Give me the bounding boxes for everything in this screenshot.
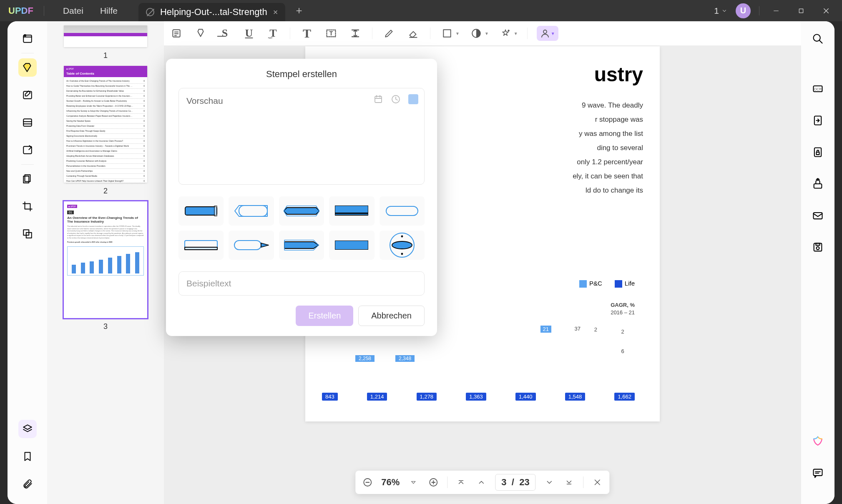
create-button[interactable]: Erstellen [296,306,353,326]
thumbnail-3[interactable]: ■ UPDF 01 An Overview of the Ever-Changi… [62,201,149,331]
maximize-button[interactable] [793,5,809,17]
svg-rect-22 [814,184,822,188]
shape-tool-dropdown[interactable]: ▼ [440,26,460,41]
underline-tool[interactable]: U [241,26,256,41]
svg-rect-68 [185,247,217,250]
protect-button[interactable] [809,143,827,161]
attachments-button[interactable] [18,475,37,493]
share-button[interactable] [809,175,827,193]
minimize-button[interactable] [768,5,784,17]
svg-rect-58 [185,207,217,215]
crop-button[interactable] [18,197,37,216]
stamp-shape-10[interactable] [380,231,425,260]
stamp-shape-2[interactable] [229,196,274,226]
note-tool[interactable] [169,26,184,41]
titlebar: UPDF Datei Hilfe Helping-Out-...tal-Stre… [0,0,842,21]
form-mode-button[interactable] [18,141,37,159]
svg-rect-65 [335,213,368,215]
zoom-dropdown[interactable] [407,476,420,489]
reader-mode-button[interactable] [18,30,37,48]
comments-panel-button[interactable] [809,464,827,482]
callout-tool[interactable] [348,26,363,41]
date-toggle-icon[interactable] [373,94,383,104]
organize-pages-button[interactable] [18,170,37,188]
stamp-shape-3[interactable] [279,196,324,226]
stamp-shape-6[interactable] [178,231,224,260]
compare-button[interactable] [18,225,37,243]
time-toggle-icon[interactable] [391,94,401,104]
prev-page-button[interactable] [475,476,488,489]
user-avatar[interactable]: U [736,3,751,18]
bookmarks-button[interactable] [18,447,37,466]
thumbnail-2[interactable]: ■ UPDFTable of Contents An Overview of t… [62,66,149,196]
stamp-color-swatch[interactable] [408,94,418,104]
cancel-button[interactable]: Abbrechen [358,306,425,326]
menu-file[interactable]: Datei [55,6,92,16]
text-tool[interactable]: T [299,26,314,41]
page-tools-button[interactable] [18,113,37,132]
content-area: OCR 1 ■ UPDFTable of Contents An Overvie… [8,21,834,504]
stamp-preview: Vorschau [178,88,425,185]
left-sidebar [8,21,47,504]
highlight-tool[interactable] [193,26,208,41]
last-page-button[interactable] [563,476,576,489]
stamp-shape-8[interactable] [279,231,324,260]
svg-rect-1 [799,9,803,13]
tab-title: Helping-Out-...tal-Strength [160,7,267,18]
cagr-label: GAGR, % 2016 – 21 2 6 [611,301,635,355]
svg-point-25 [817,247,819,250]
stamp-text-input[interactable]: Beispieltext [178,271,425,296]
zoom-level: 76% [381,477,400,488]
svg-marker-60 [235,206,267,216]
stamp-shape-7[interactable] [229,231,274,260]
pagination-bar: 76% 3 / 23 [355,471,609,494]
stamp-tool-dropdown[interactable]: ▼ [469,26,489,41]
svg-rect-61 [239,206,267,216]
comment-mode-button[interactable] [18,58,37,77]
convert-button[interactable] [809,111,827,130]
svg-rect-26 [816,243,819,246]
svg-rect-23 [814,213,822,219]
thumbnails-toggle[interactable] [18,420,37,438]
zoom-out-button[interactable] [361,476,374,489]
document-tab[interactable]: Helping-Out-...tal-Strength × [138,3,285,21]
svg-point-42 [543,30,547,33]
svg-rect-66 [386,206,418,216]
stamp-shape-4[interactable] [329,196,374,226]
save-button[interactable] [809,238,827,256]
stamp-shape-9[interactable] [329,231,374,260]
first-page-button[interactable] [455,476,467,489]
close-pagination-button[interactable] [591,476,604,489]
textbox-tool[interactable]: T [324,26,339,41]
ocr-button[interactable]: OCR [809,80,827,98]
svg-rect-73 [335,241,368,250]
eraser-tool[interactable] [406,26,421,41]
pencil-tool[interactable] [382,26,397,41]
window-count-dropdown[interactable]: 1 [714,6,727,16]
signature-tool-dropdown[interactable]: ▼ [537,26,558,41]
search-button[interactable] [809,30,827,48]
sticker-tool-dropdown[interactable]: ▼ [498,26,518,41]
svg-marker-62 [284,208,319,214]
svg-rect-7 [23,119,32,126]
svg-marker-45 [412,481,415,484]
svg-rect-10 [23,146,32,153]
menu-help[interactable]: Hilfe [92,6,126,16]
email-button[interactable] [809,206,827,225]
squiggly-tool[interactable]: T〰 [266,26,281,41]
add-tab-button[interactable]: + [296,4,302,17]
stamp-shape-1[interactable] [178,196,224,226]
stamp-shape-5[interactable] [380,196,425,226]
svg-text:T: T [329,30,333,37]
close-button[interactable] [818,5,834,17]
dialog-title: Stempel erstellen [178,69,425,80]
strikethrough-tool[interactable]: S [217,26,232,41]
tab-close-button[interactable]: × [273,8,278,17]
ai-button[interactable] [809,432,827,451]
zoom-in-button[interactable] [427,476,440,489]
page-number-input[interactable]: 3 / 23 [495,474,535,491]
next-page-button[interactable] [543,476,556,489]
app-logo: UPDF [8,5,33,16]
edit-mode-button[interactable] [18,86,37,104]
thumbnail-1[interactable]: 1 [62,25,149,60]
